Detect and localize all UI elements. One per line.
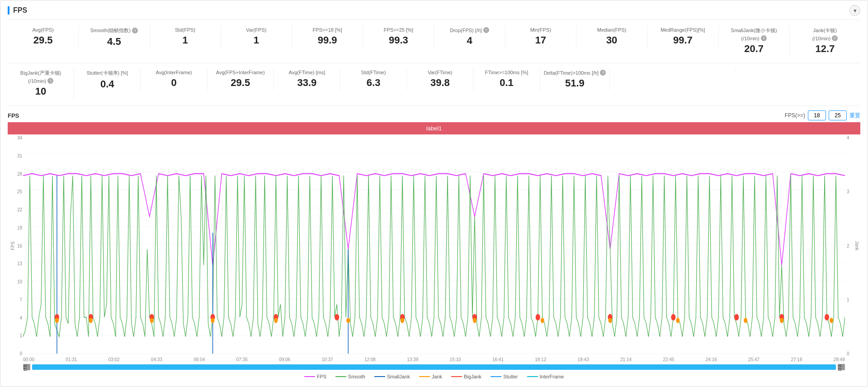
collapse-button[interactable]: ▾ xyxy=(849,5,860,16)
metric-label: Var(FTime) xyxy=(428,70,452,75)
metric-drop-fps: Drop(FPS) [/h] ? 4 xyxy=(434,25,505,48)
jank-dot xyxy=(473,318,476,323)
fps-threshold-label: FPS(>=) xyxy=(785,112,805,119)
legend-fps-line xyxy=(304,376,315,377)
legend-smooth-label: Smooth xyxy=(348,374,365,379)
jank-dot xyxy=(609,318,612,323)
scrollbar-container: ⣿ ⣿ xyxy=(8,363,860,371)
jank-dot xyxy=(346,318,350,323)
legend-interframe-line xyxy=(527,376,538,377)
metric-label: Drop(FPS) [/h] ? xyxy=(450,27,489,33)
metric-std-fps: Std(FPS) 1 xyxy=(150,25,221,48)
metric-value: 30 xyxy=(606,34,617,46)
metric-smooth: Smooth(稳帧指数) ? 4.5 xyxy=(79,25,150,49)
divider2 xyxy=(8,105,860,106)
help-icon[interactable]: ? xyxy=(132,28,138,33)
y-axis-jank-label: Jank xyxy=(854,241,859,250)
legend-fps: FPS xyxy=(304,374,326,379)
metric-label: SmallJank(微小卡顿) (/10min) ? xyxy=(731,27,777,41)
legend-fps-label: FPS xyxy=(317,374,326,379)
metric-label: Avg(FPS+InterFrame) xyxy=(216,70,265,75)
metric-value: 99.3 xyxy=(389,34,408,46)
legend-smalljank-line xyxy=(374,376,385,377)
chart-header: FPS FPS(>=) 重置 xyxy=(8,109,860,122)
metric-label: Avg(FTime) [ms] xyxy=(289,70,326,75)
jank-dot xyxy=(780,318,783,323)
metric-value: 0.4 xyxy=(100,78,114,90)
legend-interframe-label: InterFrame xyxy=(540,374,564,379)
x-axis-labels: 00:00 01:31 03:02 04:33 06:04 07:35 09:0… xyxy=(8,356,860,362)
metric-value: 29.5 xyxy=(33,34,53,46)
jank-dot xyxy=(274,318,278,323)
metric-var-ftime: Var(FTime) 39.8 xyxy=(407,68,473,91)
jank-dot xyxy=(830,318,833,323)
legend-stutter-label: Stutter xyxy=(503,374,518,379)
metric-var-fps: Var(FPS) 1 xyxy=(221,25,292,48)
help-icon[interactable]: ? xyxy=(761,35,767,41)
metric-label: Jank(卡顿) (/10min) ? xyxy=(812,27,838,41)
help-icon[interactable]: ? xyxy=(47,78,53,84)
legend-stutter-line xyxy=(491,376,501,377)
metric-value: 12.7 xyxy=(815,43,835,55)
metric-label: FTime>=100ms [%] xyxy=(485,70,528,75)
reset-button[interactable]: 重置 xyxy=(849,112,860,119)
jank-dot xyxy=(55,318,59,323)
fps-threshold-input-2[interactable] xyxy=(829,110,847,120)
metric-value: 99.9 xyxy=(318,34,337,46)
chart-controls: FPS(>=) 重置 xyxy=(785,110,860,120)
metric-value: 99.7 xyxy=(673,34,693,46)
metric-smalljank: SmallJank(微小卡顿) (/10min) ? 20.7 xyxy=(719,25,790,57)
jank-dot xyxy=(211,318,215,323)
legend-bigjank: BigJank xyxy=(451,374,481,379)
metric-label: FPS>=18 [%] xyxy=(312,27,342,33)
metric-value: 39.8 xyxy=(430,77,450,89)
metric-value: 33.9 xyxy=(297,77,317,89)
y-axis-right: 4 3 2 1 0 Jank xyxy=(845,135,860,356)
help-icon[interactable]: ? xyxy=(483,27,489,33)
metrics-row-2: BigJank(严重卡顿) (/10min) ? 10 Stutter(卡顿率)… xyxy=(8,66,860,101)
metric-std-ftime: Std(FTime) 6.3 xyxy=(340,68,407,91)
metric-label: Stutter(卡顿率) [%] xyxy=(86,70,128,76)
legend-smooth: Smooth xyxy=(335,374,365,379)
metric-value: 17 xyxy=(535,34,546,46)
metric-label: Median(FPS) xyxy=(597,27,627,33)
metric-spacer1 xyxy=(610,68,735,72)
panel-title: FPS xyxy=(8,6,27,14)
jank-dot xyxy=(541,318,544,323)
metric-value: 1 xyxy=(183,34,188,46)
red-bar-label: label1 xyxy=(8,122,860,134)
metric-value: 20.7 xyxy=(744,43,764,55)
fps-panel: FPS ▾ Avg(FPS) 29.5 Smooth(稳帧指数) ? 4.5 S… xyxy=(0,0,868,387)
metric-value: 0 xyxy=(171,77,176,89)
legend-smalljank: SmallJank xyxy=(374,374,410,379)
metric-label: BigJank(严重卡顿) (/10min) ? xyxy=(20,70,61,84)
metric-avg-interframe: Avg(InterFrame) 0 xyxy=(141,68,207,91)
scrollbar-left-handle[interactable]: ⣿ xyxy=(23,364,30,370)
metric-label: Avg(InterFrame) xyxy=(156,70,192,75)
metric-value: 29.5 xyxy=(231,77,250,89)
legend-row: FPS Smooth SmallJank Jank BigJank Stutte… xyxy=(8,371,860,382)
scrollbar-track[interactable] xyxy=(32,364,836,370)
metric-value: 0.1 xyxy=(500,77,514,89)
metric-median-fps: Median(FPS) 30 xyxy=(576,25,647,48)
chart-plot-area: 34 31 28 25 22 19 16 13 10 7 4 1 0 xyxy=(23,135,845,356)
jank-dot xyxy=(150,318,154,323)
chart-svg xyxy=(23,135,845,356)
metric-jank: Jank(卡顿) (/10min) ? 12.7 xyxy=(790,25,860,57)
legend-jank: Jank xyxy=(419,374,442,379)
chart-title: FPS xyxy=(8,112,19,119)
metric-avg-fps-interframe: Avg(FPS+InterFrame) 29.5 xyxy=(208,68,274,91)
scrollbar-right-handle[interactable]: ⣿ xyxy=(838,364,845,370)
help-icon[interactable]: ? xyxy=(600,70,606,76)
metric-label: Delta(FTime)>100ms [/h] ? xyxy=(544,70,606,76)
metric-avg-fps: Avg(FPS) 29.5 xyxy=(8,25,79,48)
legend-bigjank-label: BigJank xyxy=(464,374,481,379)
help-icon[interactable]: ? xyxy=(832,35,838,41)
jank-dot xyxy=(401,318,404,323)
metric-value: 4.5 xyxy=(107,36,121,48)
fps-threshold-input-1[interactable] xyxy=(808,110,826,120)
metric-delta-ftime: Delta(FTime)>100ms [/h] ? 51.9 xyxy=(540,68,610,91)
legend-smalljank-label: SmallJank xyxy=(387,374,410,379)
metric-label: Smooth(稳帧指数) ? xyxy=(90,27,138,34)
legend-stutter: Stutter xyxy=(491,374,518,379)
